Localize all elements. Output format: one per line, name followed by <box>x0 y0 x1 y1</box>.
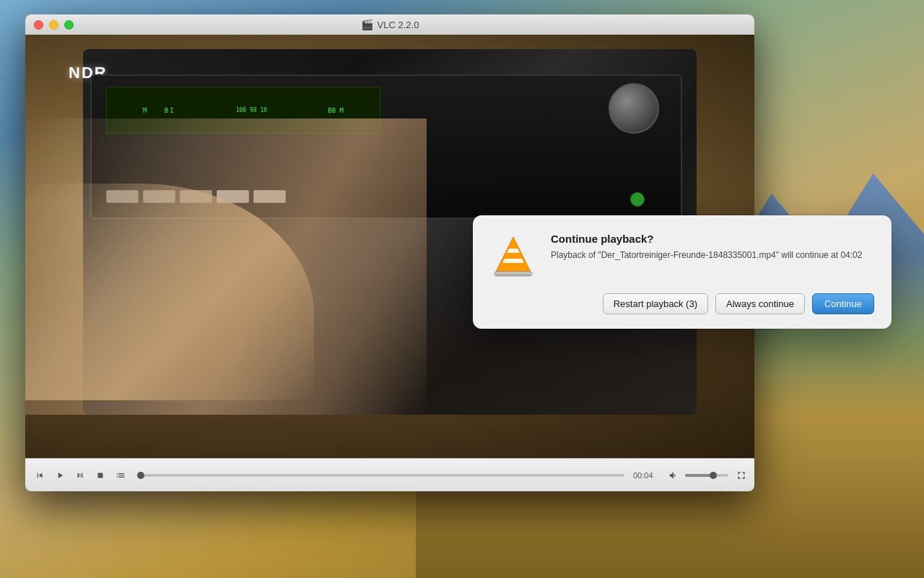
dialog-title: Continue playback? <box>551 233 874 245</box>
always-continue-button[interactable]: Always continue <box>715 293 805 314</box>
restart-playback-button[interactable]: Restart playback (3) <box>603 293 708 314</box>
dialog-message: Playback of "Der_Tatortreiniger-Freunde-… <box>551 249 874 262</box>
vlc-cone-icon <box>490 233 536 279</box>
continue-button[interactable]: Continue <box>812 293 874 314</box>
traffic-lights <box>34 20 74 30</box>
svg-rect-3 <box>496 274 531 276</box>
stop-button[interactable] <box>92 467 109 484</box>
play-button[interactable] <box>51 467 69 484</box>
dialog-text: Continue playback? Playback of "Der_Tato… <box>551 233 874 262</box>
time-display: 00:04 <box>633 471 662 480</box>
title-label: VLC 2.2.0 <box>378 20 419 30</box>
fast-forward-button[interactable] <box>71 467 89 484</box>
dialog-buttons: Restart playback (3) Always continue Con… <box>490 293 874 314</box>
volume-bar[interactable] <box>685 474 728 477</box>
volume-thumb <box>710 472 717 479</box>
controls-bar: 00:04 <box>25 458 754 491</box>
title-icon: 🎬 <box>361 19 373 30</box>
progress-thumb <box>137 472 144 479</box>
playlist-button[interactable] <box>112 467 129 484</box>
close-button[interactable] <box>34 20 43 30</box>
volume-area <box>665 467 728 484</box>
minimize-button[interactable] <box>49 20 58 30</box>
title-bar: 🎬 VLC 2.2.0 <box>25 14 754 35</box>
fullscreen-button[interactable] <box>734 468 749 483</box>
svg-marker-1 <box>496 237 531 272</box>
window-title: 🎬 VLC 2.2.0 <box>361 19 419 30</box>
dialog-content: Continue playback? Playback of "Der_Tato… <box>490 233 874 279</box>
rewind-button[interactable] <box>31 467 48 484</box>
continue-dialog: Continue playback? Playback of "Der_Tato… <box>473 215 892 329</box>
maximize-button[interactable] <box>64 20 74 30</box>
progress-bar[interactable] <box>138 474 624 477</box>
volume-icon[interactable] <box>665 467 682 484</box>
